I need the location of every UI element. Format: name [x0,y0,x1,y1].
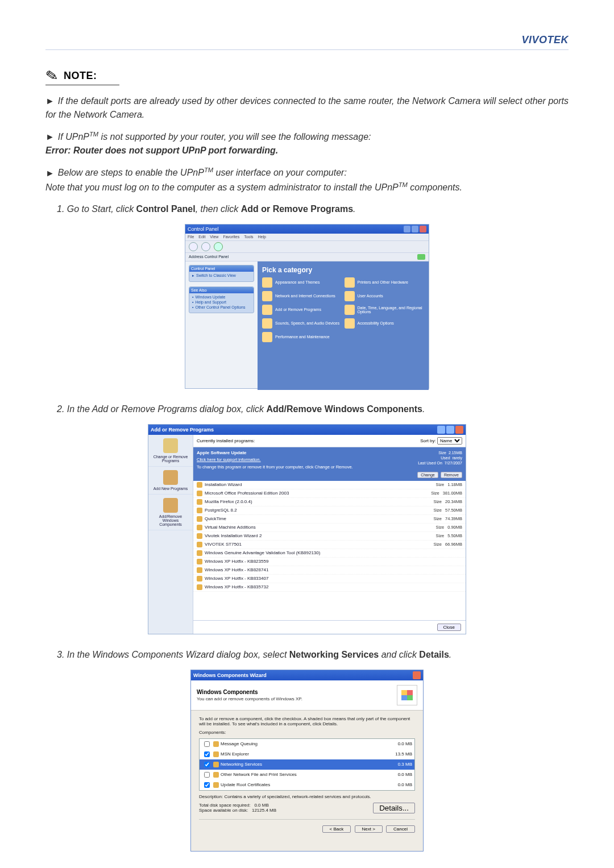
menu-view[interactable]: View [210,235,218,239]
change-button[interactable]: Change [417,472,438,478]
cp-address-bar[interactable]: Address Control Panel [185,253,429,261]
program-name: Windows XP Hotfix - KB828741 [205,567,268,572]
menu-edit[interactable]: Edit [198,235,205,239]
cp-cat-0[interactable]: Appearance and Themes [262,277,342,288]
s1-bold1: Control Panel [136,204,196,214]
cp-title: Control Panel [188,226,219,232]
s2-pre: 2. In the Add or Remove Programs dialog … [57,404,266,414]
component-checkbox[interactable] [204,741,210,747]
category-icon [262,332,272,342]
arp-side-change-remove[interactable]: Change or Remove Programs [148,435,193,467]
cp-cat-8[interactable]: Performance and Maintenance [262,332,342,342]
cp-menubar[interactable]: File Edit View Favorites Tools Help [185,234,429,240]
wcw-component-row[interactable]: Networking Services0.3 MB [200,759,414,770]
menu-help[interactable]: Help [258,235,266,239]
wcw-component-row[interactable]: Message Queuing0.0 MB [200,739,414,749]
cp-cat-3[interactable]: User Accounts [345,291,425,301]
program-name: Windows Genuine Advantage Validation Too… [205,550,320,555]
cancel-button[interactable]: Cancel [386,825,415,833]
close-icon[interactable] [413,671,421,679]
cp-cat-2[interactable]: Network and Internet Connections [262,291,342,301]
arp-side-add-new[interactable]: Add New Programs [148,467,193,495]
program-name: Windows XP Hotfix - KB833407 [205,576,268,581]
category-icon [345,305,355,315]
cp-cat-5[interactable]: Date, Time, Language, and Regional Optio… [345,305,425,315]
cp-switch-view[interactable]: ▸Switch to Classic View [192,273,251,278]
wcw-component-row[interactable]: MSN Explorer13.5 MB [200,749,414,759]
arp-list[interactable]: Installation WizardSize1.18MBMicrosoft O… [193,481,466,620]
space-avail-label: Space available on disk: [199,808,248,813]
side-label: Add New Programs [154,487,188,491]
window-buttons[interactable] [437,426,463,434]
s2-bold: Add/Remove Windows Components [266,404,422,414]
component-name: Update Root Certificates [221,782,270,787]
arp-row[interactable]: Mozilla Firefox (2.0.0.4)Size20.34MB [193,498,466,506]
step-3: 3. In the Windows Components Wizard dial… [57,648,569,662]
cp-cat-6[interactable]: Sounds, Speech, and Audio Devices [262,318,342,329]
back-button[interactable]: < Back [322,825,351,833]
sort-select[interactable]: Name [437,437,462,445]
arp-row[interactable]: Virtual Machine AdditionsSize0.90MB [193,524,466,532]
arp-row[interactable]: Vivotek Installation Wizard 2Size5.50MB [193,532,466,541]
component-icon [213,741,219,747]
cp-cat-1[interactable]: Printers and Other Hardware [345,277,425,288]
note-icon: ✎ [44,66,59,85]
arp-row[interactable]: VIVOTEK ST7501Size66.96MB [193,541,466,549]
wcw-component-row[interactable]: Other Network File and Print Services0.0… [200,770,414,780]
up-icon[interactable] [214,242,223,251]
side-label: Change or Remove Programs [154,455,188,463]
s3-end: . [449,650,451,659]
window-buttons[interactable] [404,226,426,232]
component-checkbox[interactable] [204,751,210,757]
arp-row[interactable]: Windows XP Hotfix - KB833407 [193,575,466,583]
cp-link-other[interactable]: ▪Other Control Panel Options [192,305,251,309]
component-size: 0.0 MB [398,782,412,787]
b3-pre: Below are steps to enable the UPnP [58,168,204,178]
arp-row[interactable]: Windows Genuine Advantage Validation Too… [193,549,466,558]
menu-tools[interactable]: Tools [244,235,253,239]
cp-cat-7[interactable]: Accessibility Options [345,318,425,329]
menu-favorites[interactable]: Favorites [223,235,239,239]
next-button[interactable]: Next > [355,825,383,833]
size-value: 20.34MB [445,499,462,504]
cp-main: Pick a category Appearance and Themes Pr… [258,261,429,390]
arp-row[interactable]: Installation WizardSize1.18MB [193,481,466,489]
wcw-component-row[interactable]: Update Root Certificates0.0 MB [200,780,414,790]
s1-mid: , then click [196,204,241,214]
close-button[interactable]: Close [437,624,461,631]
s3-mid: and click [379,650,419,659]
component-checkbox[interactable] [204,762,210,767]
arp-row[interactable]: Windows XP Hotfix - KB828741 [193,566,466,575]
cp-toolbar[interactable] [185,240,429,253]
program-name: Mozilla Firefox (2.0.0.4) [205,499,252,504]
cp-link-wu[interactable]: ▪Windows Update [192,295,251,299]
size-value: 74.39MB [445,516,462,521]
back-icon[interactable] [189,242,198,251]
windows-logo-icon [397,685,417,705]
component-checkbox[interactable] [204,772,210,778]
go-button[interactable] [417,254,425,260]
forward-icon[interactable] [201,242,210,251]
details-button[interactable]: Details... [373,803,415,813]
note-bullet-2: ►If UPnPTM is not supported by your rout… [45,130,569,157]
program-icon [197,550,202,556]
s2-end: . [422,404,425,414]
menu-file[interactable]: File [188,235,194,239]
cp-cat-4[interactable]: Add or Remove Programs [262,305,342,315]
remove-button[interactable]: Remove [441,472,462,478]
arp-selected-row[interactable]: Size 2.15MB Used rarely Last Used On 7/2… [193,447,466,481]
component-checkbox[interactable] [204,782,210,788]
arp-side-windows-components[interactable]: Add/Remove Windows Components [148,495,193,530]
category-icon [262,277,272,288]
arp-row[interactable]: Microsoft Office Professional Edition 20… [193,489,466,498]
arp-row[interactable]: QuickTimeSize74.39MB [193,515,466,524]
cp-link-help[interactable]: ▪Help and Support [192,300,251,304]
arp-row[interactable]: Windows XP Hotfix - KB823559 [193,558,466,566]
arp-titlebar: Add or Remove Programs [148,425,466,435]
wcw-listbox[interactable]: Message Queuing0.0 MBMSN Explorer13.5 MB… [199,738,415,791]
arp-row[interactable]: PostgreSQL 8.2Size57.50MB [193,506,466,515]
arp-row[interactable]: Windows XP Hotfix - KB835732 [193,583,466,592]
program-icon [197,542,202,547]
cat-label: Date, Time, Language, and Regional Optio… [358,306,425,314]
category-icon [345,277,355,288]
